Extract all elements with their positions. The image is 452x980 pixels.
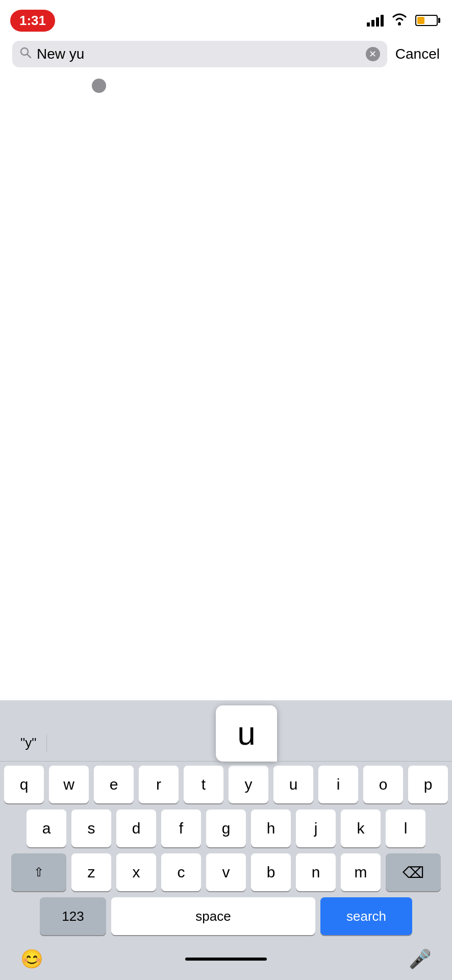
search-input[interactable]: New yu [37,46,361,62]
key-j[interactable]: j [296,810,336,847]
keyboard-row-1: q w e r t y u i o p [3,766,449,803]
keyboard-row-4: 123 space search [3,897,449,935]
key-q[interactable]: q [4,766,44,803]
space-key[interactable]: space [111,897,315,935]
status-icons [367,13,438,28]
clear-button[interactable]: ✕ [366,47,380,61]
svg-point-0 [398,22,401,26]
home-indicator [185,958,267,961]
numbers-key[interactable]: 123 [40,897,106,935]
key-e[interactable]: e [94,766,134,803]
content-area [0,93,452,522]
cancel-button[interactable]: Cancel [395,46,440,62]
emoji-key[interactable]: 😊 [20,948,43,970]
search-icon [19,46,32,62]
key-m[interactable]: m [341,853,381,891]
autocorrect-divider [46,734,47,752]
key-n[interactable]: n [296,853,336,891]
key-i[interactable]: i [318,766,358,803]
key-z[interactable]: z [71,853,111,891]
search-bar-container: New yu ✕ Cancel [0,36,452,75]
key-p[interactable]: p [408,766,448,803]
key-popup: u [216,705,277,762]
suggestion-bar: "y" u [0,700,452,762]
keyboard-row-2: a s d f g h j k l [3,810,449,847]
wifi-icon [391,13,408,28]
key-v[interactable]: v [206,853,246,891]
key-f[interactable]: f [161,810,201,847]
status-bar: 1:31 [0,0,452,36]
mic-key[interactable]: 🎤 [409,948,432,970]
key-a[interactable]: a [27,810,66,847]
key-h[interactable]: h [251,810,291,847]
signal-icon [367,14,384,27]
shift-key[interactable]: ⇧ [11,853,66,891]
bottom-bar: 😊 🎤 [0,943,452,980]
key-l[interactable]: l [386,810,425,847]
key-s[interactable]: s [71,810,111,847]
search-key[interactable]: search [320,897,412,935]
key-w[interactable]: w [49,766,89,803]
key-c[interactable]: c [161,853,201,891]
keyboard-rows: q w e r t y u i o p a s d f g h j k l ⇧ … [0,762,452,943]
delete-key[interactable]: ⌫ [386,853,441,891]
key-o[interactable]: o [363,766,403,803]
search-input-wrapper[interactable]: New yu ✕ [12,41,387,67]
svg-line-2 [28,55,31,58]
key-y[interactable]: y [229,766,268,803]
loading-indicator [92,79,106,93]
key-k[interactable]: k [341,810,381,847]
key-b[interactable]: b [251,853,291,891]
time-display: 1:31 [10,10,55,32]
key-x[interactable]: x [116,853,156,891]
key-u[interactable]: u [273,766,313,803]
keyboard-row-3: ⇧ z x c v b n m ⌫ [3,853,449,891]
key-t[interactable]: t [184,766,223,803]
autocorrect-item-1[interactable]: "y" [10,735,46,751]
key-r[interactable]: r [139,766,179,803]
key-d[interactable]: d [116,810,156,847]
battery-icon [415,15,438,26]
keyboard-container: "y" u q w e r t y u i o p a s d f g h [0,700,452,980]
key-g[interactable]: g [206,810,246,847]
